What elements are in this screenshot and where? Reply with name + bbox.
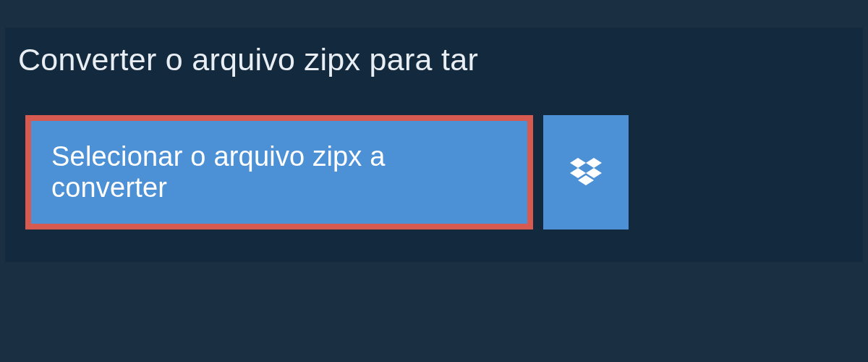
select-file-button[interactable]: Selecionar o arquivo zipx a converter xyxy=(25,115,533,230)
title-bar: Converter o arquivo zipx para tar xyxy=(5,28,500,93)
converter-panel: Converter o arquivo zipx para tar Seleci… xyxy=(5,28,863,262)
button-row: Selecionar o arquivo zipx a converter xyxy=(5,93,863,230)
page-title: Converter o arquivo zipx para tar xyxy=(18,42,478,77)
dropbox-icon xyxy=(570,158,602,187)
select-file-label: Selecionar o arquivo zipx a converter xyxy=(51,141,507,203)
dropbox-button[interactable] xyxy=(543,115,629,230)
